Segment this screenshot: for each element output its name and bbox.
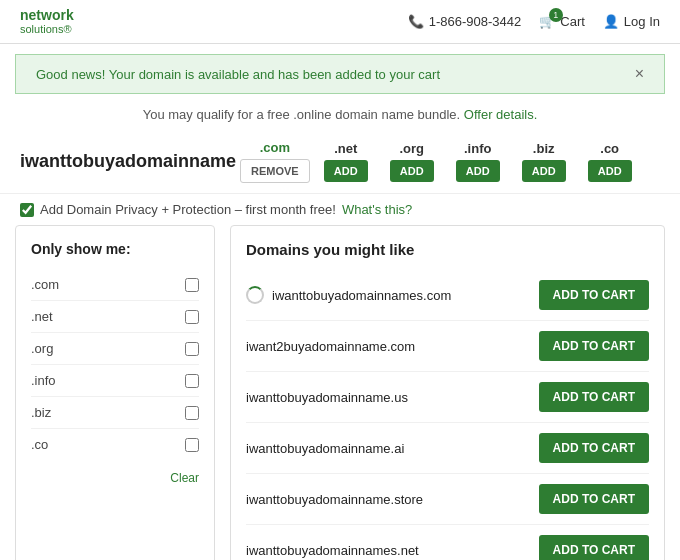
add-to-cart-button[interactable]: ADD TO CART: [539, 280, 649, 310]
suggestion-domain-name: iwanttobuyadomainname.ai: [246, 441, 404, 456]
tld-item: .bizADD: [514, 141, 574, 182]
filter-item-checkbox[interactable]: [185, 438, 199, 452]
logo-bottom: solutions®: [20, 23, 74, 35]
privacy-label: Add Domain Privacy + Protection – first …: [40, 202, 336, 217]
add-to-cart-button[interactable]: ADD TO CART: [539, 535, 649, 560]
tld-label: .org: [399, 141, 424, 156]
tld-item: .netADD: [316, 141, 376, 182]
add-to-cart-button[interactable]: ADD TO CART: [539, 382, 649, 412]
filter-item-checkbox[interactable]: [185, 406, 199, 420]
add-tld-button[interactable]: ADD: [456, 160, 500, 182]
domains-title: Domains you might like: [246, 241, 649, 258]
domains-panel: Domains you might like iwanttobuyadomain…: [230, 225, 665, 560]
domain-name-wrap: iwant2buyadomainname.com: [246, 339, 415, 354]
header: network solutions® 📞 1-866-908-3442 🛒 1 …: [0, 0, 680, 44]
banner-close-button[interactable]: ×: [635, 65, 644, 83]
domains-list: iwanttobuyadomainnames.comADD TO CARTiwa…: [246, 270, 649, 560]
suggestion-domain-name: iwant2buyadomainname.com: [246, 339, 415, 354]
filter-item-label: .co: [31, 437, 48, 452]
filter-item: .co: [31, 429, 199, 460]
filter-items: .com.net.org.info.biz.co: [31, 269, 199, 460]
filter-item: .net: [31, 301, 199, 333]
add-tld-button[interactable]: ADD: [324, 160, 368, 182]
offer-details-link[interactable]: Offer details.: [464, 107, 537, 122]
banner-message: Good news! Your domain is available and …: [36, 67, 440, 82]
add-to-cart-button[interactable]: ADD TO CART: [539, 433, 649, 463]
suggestion-domain-name: iwanttobuyadomainnames.net: [246, 543, 419, 558]
tld-item: .infoADD: [448, 141, 508, 182]
filter-item: .biz: [31, 397, 199, 429]
header-right: 📞 1-866-908-3442 🛒 1 Cart 👤 Log In: [408, 14, 660, 29]
add-to-cart-button[interactable]: ADD TO CART: [539, 484, 649, 514]
filter-item: .info: [31, 365, 199, 397]
filter-title: Only show me:: [31, 241, 199, 257]
privacy-checkbox[interactable]: [20, 203, 34, 217]
filter-panel: Only show me: .com.net.org.info.biz.co C…: [15, 225, 215, 560]
domain-suggestion-row: iwanttobuyadomainnames.netADD TO CART: [246, 525, 649, 560]
cart-button[interactable]: 🛒 1 Cart: [539, 14, 585, 29]
filter-item: .org: [31, 333, 199, 365]
add-tld-button[interactable]: ADD: [390, 160, 434, 182]
loading-spinner: [246, 286, 264, 304]
tld-label: .info: [464, 141, 491, 156]
domain-name-wrap: iwanttobuyadomainnames.net: [246, 543, 419, 558]
filter-item-label: .net: [31, 309, 53, 324]
clear-filters-link[interactable]: Clear: [170, 471, 199, 485]
domain-suggestion-row: iwanttobuyadomainname.aiADD TO CART: [246, 423, 649, 474]
filter-clear: Clear: [31, 470, 199, 485]
domain-suggestion-row: iwanttobuyadomainname.usADD TO CART: [246, 372, 649, 423]
add-to-cart-button[interactable]: ADD TO CART: [539, 331, 649, 361]
suggestion-domain-name: iwanttobuyadomainnames.com: [272, 288, 451, 303]
domain-suggestion-row: iwanttobuyadomainname.storeADD TO CART: [246, 474, 649, 525]
filter-item-checkbox[interactable]: [185, 310, 199, 324]
tld-label: .net: [334, 141, 357, 156]
add-tld-button[interactable]: ADD: [522, 160, 566, 182]
bundle-offer: You may qualify for a free .online domai…: [0, 99, 680, 130]
phone-number: 📞 1-866-908-3442: [408, 14, 522, 29]
filter-item-label: .org: [31, 341, 53, 356]
tld-label: .co: [600, 141, 619, 156]
tld-group: .comREMOVE.netADD.orgADD.infoADD.bizADD.…: [240, 140, 640, 183]
filter-item-checkbox[interactable]: [185, 278, 199, 292]
domain-suggestion-row: iwanttobuyadomainnames.comADD TO CART: [246, 270, 649, 321]
filter-item-label: .info: [31, 373, 56, 388]
domain-name-wrap: iwanttobuyadomainname.store: [246, 492, 423, 507]
tld-item: .orgADD: [382, 141, 442, 182]
success-banner: Good news! Your domain is available and …: [15, 54, 665, 94]
filter-item-label: .biz: [31, 405, 51, 420]
tld-label: .com: [260, 140, 290, 155]
tld-label: .biz: [533, 141, 555, 156]
remove-tld-button[interactable]: REMOVE: [240, 159, 310, 183]
user-icon: 👤: [603, 14, 619, 29]
domain-tld-row: iwanttobuyadomainname .comREMOVE.netADD.…: [0, 130, 680, 194]
add-tld-button[interactable]: ADD: [588, 160, 632, 182]
tld-item: .coADD: [580, 141, 640, 182]
suggestion-domain-name: iwanttobuyadomainname.us: [246, 390, 408, 405]
whats-this-link[interactable]: What's this?: [342, 202, 412, 217]
domain-name-wrap: iwanttobuyadomainname.us: [246, 390, 408, 405]
filter-item-label: .com: [31, 277, 59, 292]
domain-suggestion-row: iwant2buyadomainname.comADD TO CART: [246, 321, 649, 372]
filter-item-checkbox[interactable]: [185, 342, 199, 356]
suggestion-domain-name: iwanttobuyadomainname.store: [246, 492, 423, 507]
domain-name-wrap: iwanttobuyadomainnames.com: [246, 286, 451, 304]
searched-domain: iwanttobuyadomainname: [20, 151, 240, 172]
domain-name-wrap: iwanttobuyadomainname.ai: [246, 441, 404, 456]
filter-item-checkbox[interactable]: [185, 374, 199, 388]
phone-icon: 📞: [408, 14, 424, 29]
logo-top: network: [20, 8, 74, 23]
filter-item: .com: [31, 269, 199, 301]
cart-badge: 1: [549, 8, 563, 22]
logo: network solutions®: [20, 8, 74, 35]
login-button[interactable]: 👤 Log In: [603, 14, 660, 29]
privacy-option: Add Domain Privacy + Protection – first …: [0, 194, 680, 225]
main-content: Only show me: .com.net.org.info.biz.co C…: [0, 225, 680, 560]
tld-item: .comREMOVE: [240, 140, 310, 183]
